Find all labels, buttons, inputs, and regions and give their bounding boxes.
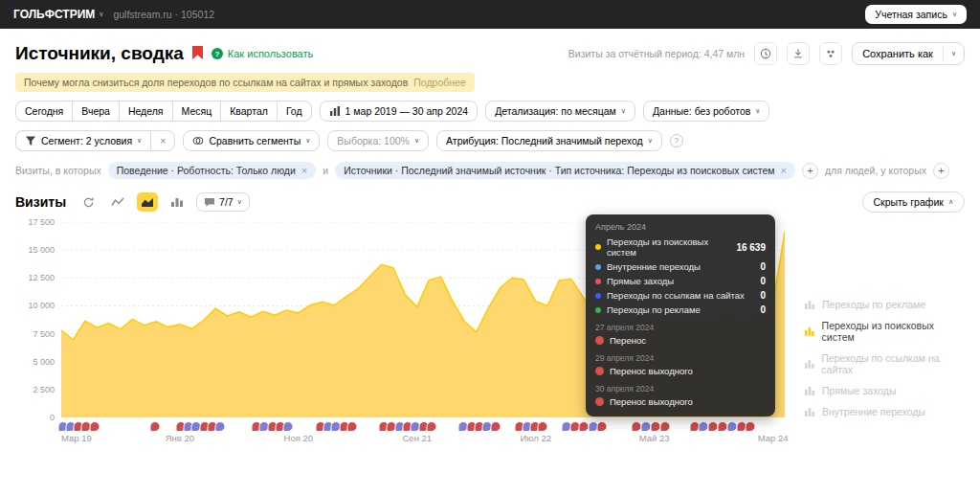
hide-chart-button[interactable]: Скрыть график ∧ [862,191,966,213]
sampling-label: Выборка: 100% [337,135,410,146]
date-preset-today[interactable]: Сегодня [15,101,72,122]
y-axis-label: 10 000 [28,301,55,310]
filter-chip-robots[interactable]: Поведение · Роботность: Только люди × [108,162,317,179]
y-axis-label: 5 000 [33,357,55,367]
note-icon [595,367,604,375]
x-axis-label: Мар 19 [61,433,92,443]
info-icon[interactable]: ? [670,134,683,147]
date-toolbar: Сегодня Вчера Неделя Месяц Квартал Год 1… [15,101,965,122]
filter-chip-source[interactable]: Источники · Последний значимый источник … [335,162,795,179]
how-to-use-link[interactable]: ? Как использовать [212,48,313,59]
tooltip-note: 30 апреля 2024 Перенос выходного [595,384,766,407]
legend-item-direct[interactable]: Прямые заходы [804,385,965,396]
counter-info: gulfstream.ru · 105012 [113,9,214,20]
tooltip-note: 27 апреля 2024 Перенос [595,323,766,346]
legend-item-ads[interactable]: Переходы по рекламе [804,299,965,310]
share-button[interactable] [819,42,842,65]
chevron-down-icon: ∨ [414,137,419,145]
segment-clear-button[interactable]: × [150,130,175,151]
date-preset-quarter[interactable]: Квартал [220,101,277,122]
compare-segments-label: Сравнить сегменты [209,135,301,146]
tooltip-series-row: Прямые заходы 0 [595,276,766,286]
counter-selector[interactable]: ГОЛЬФСТРИМ ∨ [13,8,103,21]
comment-marker[interactable] [746,421,756,432]
line-chart-button[interactable] [107,192,128,212]
close-icon[interactable]: × [781,165,787,176]
comment-marker[interactable] [659,421,670,432]
legend-chart-icon [804,385,815,396]
account-label: Учетная запись [875,9,947,20]
chevron-down-icon: ∨ [648,137,653,145]
attribution-dropdown[interactable]: Атрибуция: Последний значимый переход ∨ [436,130,662,151]
account-button[interactable]: Учетная запись ∨ [865,5,967,24]
date-preset-yesterday[interactable]: Вчера [72,101,119,122]
series-color-dot [595,279,601,284]
save-as-button[interactable]: Сохранить как ∨ [852,42,965,65]
add-people-filter-button[interactable]: + [933,163,949,179]
comment-marker[interactable] [215,421,226,432]
comment-marker[interactable] [490,421,501,432]
chevron-down-icon[interactable]: ∨ [943,45,964,62]
comment-marker[interactable] [283,421,294,432]
area-chart-button[interactable] [137,192,158,212]
compare-icon [192,135,204,146]
detalization-dropdown[interactable]: Детализация: по месяцам ∨ [485,101,635,122]
comment-marker[interactable] [150,421,161,432]
compare-segments-dropdown[interactable]: Сравнить сегменты ∨ [183,130,320,151]
main-content: Источники, сводка ? Как использовать Виз… [0,29,980,444]
tooltip-series-row: Переходы из поисковых систем 16 639 [595,236,766,258]
visits-area-chart[interactable]: Апрель 2024 Переходы из поисковых систем… [61,222,785,417]
history-button[interactable] [754,42,777,65]
chevron-down-icon: ∨ [137,137,142,145]
calendar-chart-icon [329,105,341,117]
date-preset-week[interactable]: Неделя [119,101,172,122]
chevron-down-icon: ∨ [237,198,242,206]
data-mode-dropdown[interactable]: Данные: без роботов ∨ [643,101,770,122]
date-preset-year[interactable]: Год [277,101,312,122]
chevron-down-icon: ∨ [755,107,760,115]
visits-period-summary: Визиты за отчётный период: 4,47 млн [568,48,745,59]
filter-row: Визиты, в которых Поведение · Роботность… [15,162,965,179]
date-range-picker[interactable]: 1 мар 2019 — 30 апр 2024 [320,101,479,122]
comment-marker[interactable] [427,421,437,432]
download-button[interactable] [787,42,810,65]
chart-tooltip: Апрель 2024 Переходы из поисковых систем… [586,214,775,416]
comment-marker[interactable] [346,421,357,432]
tooltip-title: Апрель 2024 [595,222,766,232]
add-visit-filter-button[interactable]: + [802,163,818,179]
segment-dropdown[interactable]: Сегмент: 2 условия ∨ [15,130,150,151]
comment-marker[interactable] [89,421,100,432]
chart-legend: Переходы по рекламе Переходы из поисковы… [785,222,965,444]
notice-details-link[interactable]: Подробнее [413,77,465,88]
sampling-dropdown[interactable]: Выборка: 100% ∨ [327,130,429,151]
funnel-icon [25,135,36,146]
how-to-use-label: Как использовать [228,48,313,59]
y-axis-label: 0 [50,413,55,422]
series-color-dot [595,264,601,270]
refresh-chart-button[interactable] [78,192,99,212]
chart-header: Визиты 7/7 ∨ Скрыть график ∧ [15,191,965,213]
comments-dropdown[interactable]: 7/7 ∨ [196,192,250,212]
chevron-down-icon: ∨ [99,11,103,18]
close-icon[interactable]: × [301,165,307,176]
x-axis-label: Мар 24 [758,433,789,443]
comment-marker[interactable] [538,421,548,432]
bookmark-icon[interactable] [192,46,203,61]
chart-area: 02 5005 0007 50010 00012 50015 00017 500… [15,222,965,444]
segment-toolbar: Сегмент: 2 условия ∨ × Сравнить сегменты… [15,130,965,151]
legend-item-internal[interactable]: Внутренние переходы [804,406,965,417]
comment-bubble-icon [204,197,215,208]
comment-marker[interactable] [597,421,608,432]
chart-title: Визиты [15,194,66,210]
date-preset-month[interactable]: Месяц [172,101,221,122]
clock-icon [760,48,771,59]
date-range-label: 1 мар 2019 — 30 апр 2024 [345,105,469,117]
bar-chart-button[interactable] [167,192,188,212]
dots-icon [825,48,836,59]
legend-item-site-links[interactable]: Переходы по ссылкам на сайтах [804,352,965,375]
series-color-dot [595,244,601,250]
legend-item-search[interactable]: Переходы из поисковых систем [804,320,965,343]
filter-chip-label: Поведение · Роботность: Только люди [117,165,296,176]
attribution-label: Атрибуция: Последний значимый переход [446,135,643,146]
legend-chart-icon [804,326,815,337]
